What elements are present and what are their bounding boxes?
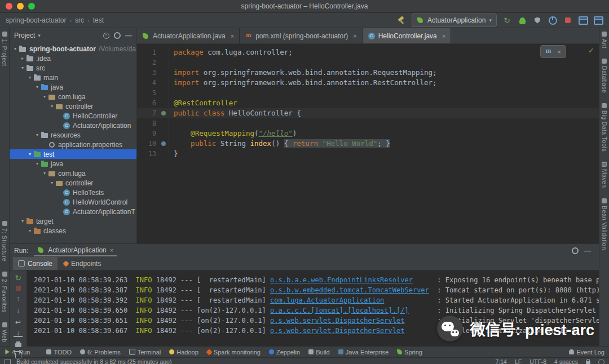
tree-row[interactable]: HelloWorldControl: [10, 197, 136, 207]
read-only-lock-icon[interactable]: [586, 361, 590, 364]
down-arrow-icon[interactable]: ↓: [14, 307, 23, 314]
tree-toggle-icon[interactable]: ▾: [34, 132, 41, 137]
tool-tab-zeppelin[interactable]: Zeppelin: [269, 349, 300, 356]
tree-toggle-icon[interactable]: ▾: [48, 180, 55, 185]
minimize-window-button[interactable]: [17, 3, 24, 10]
run-icon[interactable]: ↻: [502, 15, 512, 25]
tree-row[interactable]: ▾main: [10, 73, 136, 82]
log-logger-link[interactable]: o.s.b.w.embedded.tomcat.TomcatWebServer: [270, 285, 433, 295]
tab-console[interactable]: Console: [13, 257, 58, 270]
tool-tab-hadoop[interactable]: Hadoop: [169, 349, 198, 356]
tool-tab-spark-monitoring[interactable]: Spark monitoring: [207, 349, 261, 356]
stop-icon[interactable]: [563, 15, 573, 25]
up-arrow-icon[interactable]: ↑: [14, 295, 23, 303]
close-tab-icon[interactable]: ×: [110, 247, 113, 254]
editor-area[interactable]: ActuatorApplication.java×pom.xml (spring…: [137, 28, 599, 243]
tree-row[interactable]: ▾resources: [10, 130, 136, 140]
log-logger-link[interactable]: o.s.web.servlet.DispatcherServlet: [270, 326, 433, 336]
tool-window-button[interactable]: 1: Project: [1, 32, 8, 66]
coverage-icon[interactable]: [532, 15, 542, 25]
tool-window-button[interactable]: mMaven: [601, 162, 608, 188]
gear-icon[interactable]: [114, 32, 121, 39]
tool-window-button[interactable]: Big Data Tools: [601, 103, 608, 152]
tool-window-button[interactable]: Web: [1, 322, 8, 343]
close-tab-icon[interactable]: ×: [442, 33, 445, 39]
tool-window-button[interactable]: Bean Validation: [601, 198, 608, 250]
tool-window-button[interactable]: 2: Favorites: [1, 272, 8, 313]
log-logger-link[interactable]: o.s.web.servlet.DispatcherServlet: [270, 316, 433, 326]
editor-tab[interactable]: ActuatorApplication.java×: [137, 28, 240, 43]
editor-layout-icon[interactable]: [578, 15, 588, 25]
tool-window-button[interactable]: 7: Structure: [1, 221, 8, 261]
tree-row[interactable]: ▾java: [10, 82, 136, 92]
tree-row[interactable]: ActuatorApplicationT: [10, 207, 136, 216]
tree-row[interactable]: HelloController: [10, 111, 136, 121]
close-tab-icon[interactable]: ×: [353, 33, 356, 39]
breadcrumb-item[interactable]: spring-boot-actuator: [6, 16, 66, 24]
tree-row[interactable]: ▾com.luga: [10, 92, 136, 101]
run-tab[interactable]: ActuatorApplication ×: [34, 245, 117, 256]
tool-window-button[interactable]: Ant: [601, 32, 608, 48]
close-window-button[interactable]: [6, 3, 12, 10]
tree-toggle-icon[interactable]: ▾: [41, 171, 48, 176]
tree-row[interactable]: application.properties: [10, 140, 136, 149]
indent-style[interactable]: 4 spaces: [554, 358, 578, 364]
tree-toggle-icon[interactable]: ▾: [12, 46, 19, 51]
method-marker-icon[interactable]: [161, 141, 166, 146]
tree-row[interactable]: ▾classes: [10, 226, 136, 236]
tool-tab-terminal[interactable]: Terminal: [129, 349, 161, 356]
build-hammer-icon[interactable]: [396, 15, 407, 25]
tree-toggle-icon[interactable]: ▾: [27, 75, 33, 80]
tool-tab-todo[interactable]: TODO: [46, 349, 72, 356]
locate-file-icon[interactable]: [103, 33, 109, 39]
tool-tab-build[interactable]: Build: [308, 349, 329, 356]
tool-tab-6-problems[interactable]: 6: Problems: [80, 349, 121, 356]
tree-row[interactable]: ▾controller: [10, 101, 136, 111]
tree-row[interactable]: ▾java: [10, 159, 136, 168]
tree-toggle-icon[interactable]: ▸: [19, 56, 26, 61]
line-separator[interactable]: LF: [515, 358, 522, 364]
maven-reload-icon[interactable]: [545, 48, 553, 55]
profiler-icon[interactable]: [548, 15, 558, 25]
tool-window-switcher-icon[interactable]: [5, 359, 11, 364]
editor-tab[interactable]: HelloController.java×: [363, 28, 452, 43]
tree-row[interactable]: ▾test: [10, 149, 136, 159]
tool-windows-layout-icon[interactable]: [593, 15, 603, 25]
tree-row[interactable]: ▾src: [10, 63, 136, 73]
breadcrumb-item[interactable]: src: [75, 16, 84, 24]
scroll-to-end-icon[interactable]: ↓: [14, 330, 23, 337]
console-output[interactable]: 2021-01-10 08:58:39.263 INFO 18492 --- […: [27, 270, 599, 347]
tree-toggle-icon[interactable]: ▾: [19, 65, 26, 70]
breadcrumb-item[interactable]: test: [93, 16, 104, 24]
log-logger-link[interactable]: o.a.c.c.C.[Tomcat].[localhost].[/]: [270, 305, 433, 316]
zoom-window-button[interactable]: [28, 3, 35, 10]
tree-row[interactable]: ▾controller: [10, 178, 136, 188]
tree-row[interactable]: ▾spring-boot-actuator/Volumes/da: [10, 44, 136, 54]
tree-toggle-icon[interactable]: ▾: [34, 161, 41, 166]
log-logger-link[interactable]: com.luga.ActuatorApplication: [270, 295, 433, 305]
close-tab-icon[interactable]: ×: [231, 33, 234, 39]
minimize-panel-icon[interactable]: —: [584, 247, 591, 255]
tree-row[interactable]: ▾target: [10, 216, 136, 226]
code-area[interactable]: 1package com.luga.controller;23import or…: [137, 44, 599, 243]
tree-toggle-icon[interactable]: ▾: [27, 152, 33, 157]
caret-position[interactable]: 7:14: [496, 358, 507, 364]
tree-row[interactable]: ▾com.luga: [10, 168, 136, 178]
tree-toggle-icon[interactable]: ▾: [48, 104, 55, 109]
run-configuration-select[interactable]: ActuatorApplication ▾: [412, 14, 497, 27]
rerun-icon[interactable]: ↻: [14, 274, 23, 282]
project-panel-title[interactable]: Project: [14, 32, 35, 39]
close-icon[interactable]: ×: [558, 48, 561, 55]
tool-window-button[interactable]: Database: [601, 59, 608, 93]
chevron-down-icon[interactable]: ▾: [38, 33, 41, 38]
tab-endpoints[interactable]: Endpoints: [59, 257, 106, 270]
inspections-ok-icon[interactable]: ✓: [588, 46, 594, 55]
tree-toggle-icon[interactable]: ▾: [41, 94, 48, 99]
tree-toggle-icon[interactable]: ▾: [19, 219, 26, 224]
tool-tab-spring[interactable]: Spring: [397, 349, 422, 356]
tool-tab-event-log[interactable]: Event Log: [569, 349, 604, 356]
file-encoding[interactable]: UTF-8: [529, 358, 546, 364]
notifications-icon[interactable]: [598, 359, 604, 364]
print-icon[interactable]: [14, 341, 23, 347]
editor-tab[interactable]: pom.xml (spring-boot-actuator)×: [240, 28, 363, 43]
